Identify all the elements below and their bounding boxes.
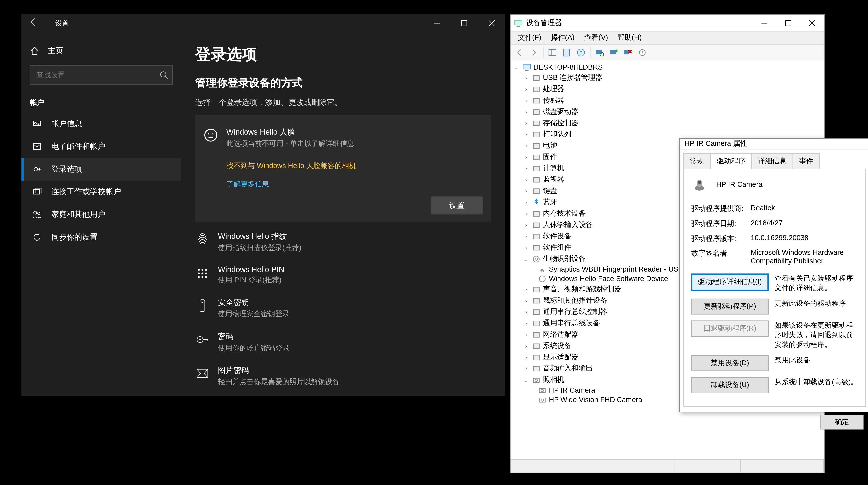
menu-file[interactable]: 文件(F) — [514, 32, 545, 44]
expand-icon[interactable]: › — [523, 165, 530, 172]
tree-label: Synaptics WBDI Fingerprint Reader - USB … — [549, 265, 697, 274]
tree-root[interactable]: ⌄ DESKTOP-8HLDBRS — [512, 62, 823, 72]
tb-scan[interactable] — [593, 46, 606, 59]
ok-button[interactable]: 确定 — [820, 415, 863, 430]
tb-help[interactable]: ? — [575, 46, 588, 59]
expand-icon[interactable]: › — [523, 342, 530, 350]
expand-icon[interactable]: › — [523, 97, 530, 104]
expand-icon[interactable]: › — [523, 142, 530, 149]
expand-icon[interactable]: › — [523, 131, 530, 138]
nav-item-2[interactable]: 登录选项 — [22, 158, 181, 181]
tb-properties[interactable] — [560, 46, 573, 59]
collapse-icon[interactable]: ⌄ — [523, 376, 530, 384]
expand-icon[interactable]: › — [523, 331, 530, 338]
collapse-icon[interactable]: ⌄ — [513, 64, 520, 71]
expand-icon[interactable]: › — [523, 354, 530, 361]
expand-icon[interactable]: › — [523, 297, 530, 304]
expand-icon[interactable]: › — [523, 244, 530, 251]
svg-point-26 — [198, 276, 200, 278]
update-driver-button[interactable]: 更新驱动程序(P) — [691, 299, 769, 315]
expand-icon[interactable]: › — [523, 120, 530, 127]
version-label: 驱动程序版本: — [691, 234, 751, 244]
nav-item-0[interactable]: 帐户信息 — [22, 113, 181, 135]
uninstall-device-desc: 从系统中卸载设备(高级)。 — [775, 377, 858, 387]
expand-icon[interactable]: › — [523, 74, 530, 82]
tb-show-hide[interactable] — [546, 46, 559, 59]
setup-button[interactable]: 设置 — [432, 197, 483, 215]
tb-update[interactable] — [607, 46, 620, 59]
tab-driver[interactable]: 驱动程序 — [710, 153, 752, 169]
nav-item-5[interactable]: 同步你的设置 — [22, 226, 181, 248]
driver-details-button[interactable]: 驱动程序详细信息(I) — [691, 273, 769, 291]
expand-icon[interactable]: › — [523, 187, 530, 195]
expand-icon[interactable]: › — [523, 199, 530, 206]
expand-icon[interactable]: › — [523, 320, 530, 327]
settings-content: 登录选项 管理你登录设备的方式 选择一个登录选项，添加、更改或删除它。 Wind… — [181, 32, 505, 396]
tb-disable[interactable] — [636, 46, 649, 59]
expand-icon[interactable]: › — [523, 210, 530, 217]
signin-option-1[interactable]: Windows Hello PIN使用 PIN 登录(推荐) — [195, 259, 491, 291]
expand-icon[interactable]: › — [523, 308, 530, 315]
expand-icon[interactable]: › — [523, 365, 530, 372]
nav-label: 家庭和其他用户 — [51, 209, 105, 220]
nav-item-1[interactable]: 电子邮件和帐户 — [22, 135, 181, 158]
tb-back[interactable] — [513, 46, 526, 59]
maximize-button[interactable] — [451, 14, 478, 32]
expand-icon[interactable]: › — [523, 85, 530, 93]
svg-rect-65 — [533, 234, 539, 239]
close-button[interactable] — [478, 14, 505, 32]
menu-help[interactable]: 帮助(H) — [614, 32, 645, 44]
signin-option-0[interactable]: Windows Hello 指纹使用指纹扫描仪登录(推荐) — [195, 225, 491, 259]
tb-forward[interactable] — [527, 46, 540, 59]
tree-item[interactable]: ›磁盘驱动器 — [512, 106, 823, 117]
nav-item-4[interactable]: 家庭和其他用户 — [22, 203, 181, 226]
devmgr-close-button[interactable] — [800, 15, 824, 31]
expand-icon[interactable]: › — [523, 153, 530, 160]
disable-device-button[interactable]: 禁用设备(D) — [691, 355, 769, 371]
expand-icon[interactable]: › — [523, 176, 530, 183]
search-input[interactable] — [30, 65, 173, 85]
tree-item[interactable]: ›USB 连接器管理器 — [512, 72, 823, 83]
camera-icon — [538, 386, 547, 395]
expand-icon[interactable]: › — [523, 233, 530, 240]
tree-label: 磁盘驱动器 — [543, 107, 579, 117]
signin-option-3[interactable]: 密码使用你的帐户密码登录 — [195, 325, 491, 359]
arrow-left-icon — [516, 48, 524, 57]
svg-rect-59 — [533, 155, 539, 159]
tab-details[interactable]: 详细信息 — [751, 153, 793, 169]
expand-icon[interactable]: › — [523, 108, 530, 115]
svg-point-21 — [202, 269, 204, 271]
signin-option-2[interactable]: 安全密钥使用物理安全密钥登录 — [195, 291, 491, 325]
menu-view[interactable]: 查看(V) — [581, 32, 612, 44]
tree-label: Windows Hello Face Software Device — [549, 275, 668, 283]
collapse-icon[interactable]: ⌄ — [523, 255, 530, 263]
signin-option-4[interactable]: 图片密码轻扫并点击你最喜爱的照片以解锁设备 — [195, 359, 491, 393]
nav-icon — [32, 232, 41, 242]
minimize-button[interactable] — [423, 14, 451, 32]
tab-general[interactable]: 常规 — [683, 153, 711, 169]
uninstall-device-button[interactable]: 卸载设备(U) — [691, 377, 769, 394]
tree-item[interactable]: ›存储控制器 — [512, 117, 823, 128]
hello-face-card[interactable]: Windows Hello 人脸 此选项当前不可用 - 单击以了解详细信息 找不… — [195, 115, 491, 221]
home-nav[interactable]: 主页 — [22, 40, 181, 61]
tree-item[interactable]: ›传感器 — [512, 95, 823, 106]
expand-icon[interactable]: › — [523, 221, 530, 229]
tb-uninstall[interactable] — [621, 46, 635, 59]
update-driver-desc: 更新此设备的驱动程序。 — [775, 299, 858, 308]
device-icon — [532, 130, 540, 139]
props-title: HP IR Camera 属性 — [685, 139, 747, 149]
back-button[interactable] — [29, 17, 40, 29]
expand-icon[interactable]: › — [523, 285, 530, 293]
device-icon — [532, 221, 540, 229]
learn-more-link[interactable]: 了解更多信息 — [226, 179, 483, 189]
tab-events[interactable]: 事件 — [793, 153, 820, 169]
svg-rect-63 — [533, 211, 539, 216]
devmgr-maximize-button[interactable] — [776, 15, 800, 31]
option-title: 密码 — [218, 331, 289, 342]
menu-action[interactable]: 操作(A) — [547, 32, 578, 44]
tree-item[interactable]: ›处理器 — [512, 83, 823, 95]
svg-point-81 — [541, 389, 544, 392]
option-sub: 轻扫并点击你最喜爱的照片以解锁设备 — [218, 377, 340, 387]
nav-item-3[interactable]: 连接工作或学校帐户 — [22, 181, 181, 203]
devmgr-minimize-button[interactable] — [752, 15, 776, 31]
